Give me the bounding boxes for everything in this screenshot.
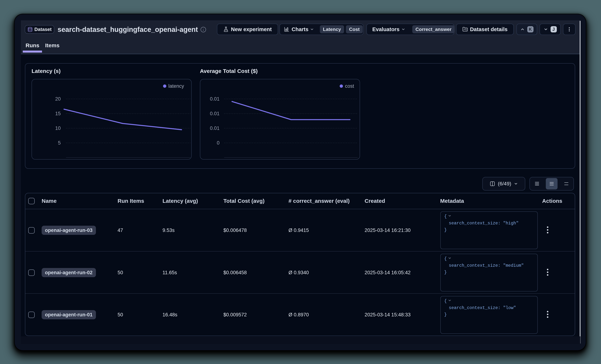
svg-text:20: 20 [55,96,61,102]
svg-text:5: 5 [58,140,61,146]
svg-text:15: 15 [55,111,61,116]
svg-text:0.01: 0.01 [210,96,220,102]
svg-text:0: 0 [217,140,220,146]
svg-text:0.01: 0.01 [210,111,220,116]
svg-text:10: 10 [55,125,61,131]
svg-text:0.01: 0.01 [210,125,220,131]
